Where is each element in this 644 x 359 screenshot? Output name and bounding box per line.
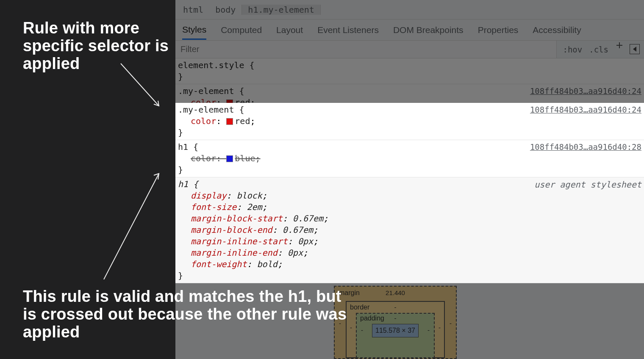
- value: blue: [235, 135, 255, 145]
- property: font-weight: [191, 240, 247, 251]
- breadcrumb: html body h1.my-element: [175, 0, 644, 19]
- arrow-top: [117, 59, 167, 114]
- element-style-selector: element.style {: [178, 60, 641, 71]
- property: margin-block-end: [191, 206, 272, 216]
- tab-accessibility[interactable]: Accessibility: [533, 21, 581, 39]
- cls-toggle[interactable]: .cls: [586, 41, 612, 58]
- crumb-body[interactable]: body: [209, 5, 242, 15]
- property: display: [191, 172, 226, 182]
- box-model[interactable]: margin 21.440 border - padding - - - 115…: [334, 286, 457, 359]
- border-left-value: -: [350, 324, 352, 331]
- border-label: border: [350, 304, 369, 311]
- crumb-selected[interactable]: h1.my-element: [242, 5, 321, 15]
- value: 2em: [247, 183, 262, 193]
- value: bold: [257, 240, 278, 251]
- tab-dom-breakpoints[interactable]: DOM Breakpoints: [393, 21, 464, 39]
- tab-styles[interactable]: Styles: [182, 20, 206, 40]
- styles-list: element.style { } 108ff484b03…aa916d40:2…: [175, 58, 644, 265]
- padding-left-value: -: [361, 326, 363, 334]
- padding-right-value: -: [427, 326, 430, 334]
- ua-label: user agent stylesheet: [534, 160, 641, 172]
- source-link[interactable]: 108ff484b03…aa916d40:28: [530, 123, 641, 134]
- element-style-rule[interactable]: element.style { }: [175, 58, 644, 84]
- crumb-html[interactable]: html: [177, 5, 209, 15]
- value: 0.67em: [283, 206, 313, 216]
- filter-input[interactable]: Filter: [175, 41, 557, 58]
- content-size: 115.578 × 37: [372, 324, 419, 337]
- brace: }: [178, 251, 641, 263]
- border-top-value: -: [394, 304, 397, 311]
- tab-layout[interactable]: Layout: [276, 21, 303, 39]
- tab-computed[interactable]: Computed: [221, 21, 262, 39]
- property: color: [191, 97, 216, 108]
- color-swatch-icon[interactable]: [226, 99, 233, 106]
- declaration[interactable]: color: red;: [178, 97, 641, 108]
- property: margin-block-start: [191, 195, 283, 205]
- styles-tabs: Styles Computed Layout Event Listeners D…: [175, 19, 644, 41]
- margin-top-value: 21.440: [386, 289, 405, 296]
- value: 0px: [288, 229, 303, 239]
- property: color: [191, 135, 216, 145]
- tab-event-listeners[interactable]: Event Listeners: [317, 21, 379, 39]
- border-right-value: -: [439, 324, 441, 331]
- value: red: [235, 97, 250, 108]
- color-swatch-icon[interactable]: [226, 137, 233, 144]
- property: margin-inline-end: [191, 229, 278, 239]
- new-style-rule-icon[interactable]: [612, 41, 627, 58]
- padding-label: padding: [360, 315, 384, 322]
- declaration[interactable]: color: blue;: [178, 134, 641, 146]
- value: 0.67em: [293, 195, 323, 205]
- value: block: [236, 172, 262, 182]
- source-link[interactable]: 108ff484b03…aa916d40:24: [530, 86, 641, 97]
- brace: }: [178, 108, 641, 120]
- property: margin-inline-start: [191, 218, 288, 228]
- hov-toggle[interactable]: :hov: [559, 41, 586, 58]
- value: 0px: [298, 218, 313, 228]
- margin-right-value: -: [450, 320, 452, 327]
- tab-properties[interactable]: Properties: [478, 21, 519, 39]
- rule-my-element[interactable]: 108ff484b03…aa916d40:24 .my-element { co…: [175, 84, 644, 122]
- rule-h1-overridden[interactable]: 108ff484b03…aa916d40:28 h1 { color: blue…: [175, 122, 644, 159]
- svg-line-1: [104, 174, 159, 279]
- arrow-bottom: [100, 169, 167, 284]
- brace: }: [178, 146, 641, 157]
- toggle-sidebar-icon[interactable]: [630, 44, 640, 54]
- rule-user-agent[interactable]: user agent stylesheet h1 { display: bloc…: [175, 159, 644, 265]
- property: font-size: [191, 183, 236, 193]
- padding-top-value: -: [394, 315, 397, 322]
- annotation-bottom: This rule is valid and matches the h1, b…: [23, 288, 349, 341]
- filter-row: Filter :hov .cls: [175, 41, 644, 58]
- svg-line-0: [121, 64, 159, 106]
- brace: }: [178, 71, 641, 83]
